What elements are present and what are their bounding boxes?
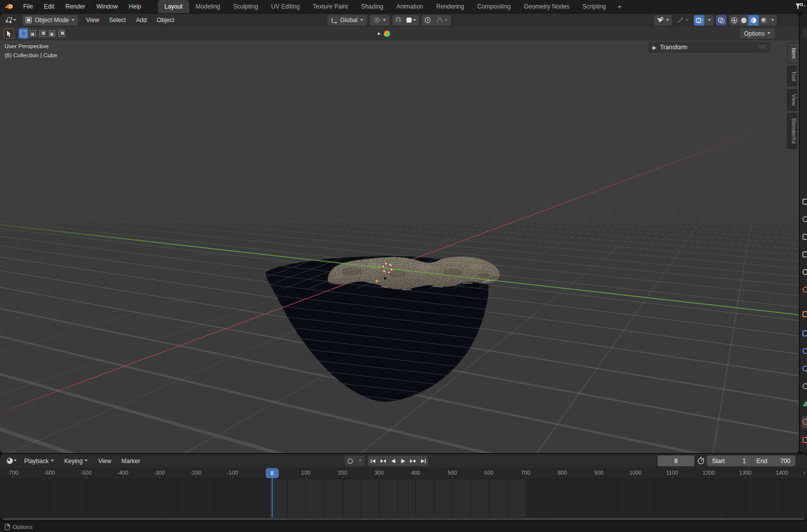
add-workspace-button[interactable]: + bbox=[613, 3, 627, 11]
overlays-dropdown[interactable] bbox=[694, 15, 713, 26]
play-button[interactable] bbox=[398, 456, 408, 466]
timeline-editor-type-button[interactable] bbox=[4, 456, 19, 466]
frame-range-group: Start1 End700 bbox=[707, 456, 795, 466]
status-bar: Options bbox=[0, 521, 807, 532]
start-frame-field[interactable]: Start1 bbox=[707, 456, 751, 466]
properties-tab-view-layer[interactable] bbox=[802, 251, 807, 258]
sidebar-tab-tool[interactable]: Tool bbox=[787, 66, 797, 86]
auto-key-dropdown[interactable] bbox=[356, 459, 365, 463]
properties-tab-scene[interactable] bbox=[802, 269, 807, 276]
proportional-editing-toggle[interactable] bbox=[422, 15, 434, 26]
workspace-tab-texture-paint[interactable]: Texture Paint bbox=[306, 0, 355, 13]
properties-tab-modifiers[interactable] bbox=[802, 330, 807, 337]
ruler-label: 700 bbox=[521, 470, 530, 476]
properties-tab-texture[interactable] bbox=[802, 437, 807, 444]
menu-edit[interactable]: Edit bbox=[38, 0, 60, 13]
menu-render[interactable]: Render bbox=[60, 0, 91, 13]
shading-rendered[interactable] bbox=[759, 15, 769, 26]
previous-keyframe-button[interactable] bbox=[378, 456, 388, 466]
current-frame-field[interactable]: 8 bbox=[658, 456, 694, 466]
ruler-label: 500 bbox=[448, 470, 457, 476]
properties-tab-physics[interactable] bbox=[802, 366, 807, 373]
viewport-header: Object Mode ViewSelectAddObject Global bbox=[0, 14, 799, 27]
properties-tab-tool[interactable] bbox=[802, 199, 807, 206]
sidebar-tab-item[interactable]: Item bbox=[787, 43, 797, 63]
view-name-overlay: User Perspective bbox=[5, 43, 49, 49]
properties-tab-object[interactable] bbox=[802, 311, 807, 318]
auto-key-toggle[interactable] bbox=[345, 458, 356, 464]
properties-tab-render[interactable] bbox=[802, 216, 807, 223]
transform-panel-header[interactable]: ▶ Transform bbox=[648, 42, 770, 53]
blenderkit-asset-bar-toggle[interactable]: ▸ bbox=[375, 28, 393, 39]
properties-tab-material[interactable] bbox=[802, 419, 807, 426]
timeline-ruler[interactable]: -700-600-500-400-300-200-100100200300400… bbox=[0, 468, 807, 479]
select-mode-invert[interactable] bbox=[47, 28, 57, 39]
timeline-menu-keying[interactable]: Keying bbox=[59, 458, 94, 465]
timeline-scrollbar[interactable] bbox=[0, 517, 807, 520]
pivot-point-dropdown[interactable] bbox=[370, 15, 390, 26]
snap-target-dropdown[interactable] bbox=[404, 15, 419, 26]
scene-status-icon[interactable] bbox=[794, 1, 807, 13]
properties-tab-output[interactable] bbox=[802, 234, 807, 241]
properties-tab-particles[interactable] bbox=[802, 348, 807, 355]
sidebar-tab-view[interactable]: View bbox=[787, 89, 797, 111]
workspace-tab-uv-editing[interactable]: UV Editing bbox=[265, 0, 306, 13]
sidebar-tab-blenderkit[interactable]: BlenderKit bbox=[787, 113, 797, 149]
properties-tab-world[interactable] bbox=[802, 287, 807, 294]
editor-type-button[interactable] bbox=[3, 15, 19, 25]
timeline-menu-marker[interactable]: Marker bbox=[116, 458, 145, 465]
menu-window[interactable]: Window bbox=[91, 0, 123, 13]
end-frame-field[interactable]: End700 bbox=[752, 456, 796, 466]
workspace-tab-shading[interactable]: Shading bbox=[355, 0, 390, 13]
playhead-badge[interactable]: 8 bbox=[266, 468, 279, 478]
ruler-label: 300 bbox=[374, 470, 383, 476]
workspace-tab-rendering[interactable]: Rendering bbox=[430, 0, 470, 13]
properties-tab-object-data[interactable] bbox=[802, 401, 807, 408]
tool-options-button[interactable]: Options bbox=[740, 28, 775, 39]
properties-search[interactable] bbox=[802, 29, 807, 38]
menu-help[interactable]: Help bbox=[123, 0, 147, 13]
active-tool-select-box[interactable] bbox=[4, 28, 14, 39]
properties-tab-constraints[interactable] bbox=[802, 383, 807, 390]
workspace-tab-sculpting[interactable]: Sculpting bbox=[227, 0, 265, 13]
visibility-dropdown[interactable] bbox=[654, 15, 672, 26]
select-mode-new[interactable] bbox=[19, 28, 28, 39]
shading-solid[interactable] bbox=[740, 15, 748, 26]
shading-wireframe[interactable] bbox=[729, 15, 740, 26]
workspace-tab-scripting[interactable]: Scripting bbox=[576, 0, 613, 13]
play-reverse-button[interactable] bbox=[388, 456, 398, 466]
jump-to-start-button[interactable] bbox=[368, 456, 378, 466]
gizmos-dropdown[interactable] bbox=[674, 15, 691, 26]
viewport-menu-view[interactable]: View bbox=[81, 17, 104, 24]
jump-to-end-button[interactable] bbox=[418, 456, 428, 466]
menu-file[interactable]: File bbox=[18, 0, 38, 13]
timeline-collapse-arrow[interactable]: ‹ bbox=[803, 469, 805, 476]
select-mode-intersect[interactable] bbox=[57, 28, 66, 39]
workspace-tab-modeling[interactable]: Modeling bbox=[189, 0, 227, 13]
properties-editor bbox=[800, 14, 807, 453]
workspace-tab-layout[interactable]: Layout bbox=[158, 0, 189, 13]
viewport-menu-select[interactable]: Select bbox=[104, 17, 131, 24]
ruler-label: -400 bbox=[117, 470, 128, 476]
viewport-menu-add[interactable]: Add bbox=[131, 17, 151, 24]
xray-toggle[interactable] bbox=[716, 15, 727, 26]
transform-orientation-dropdown[interactable]: Global bbox=[328, 15, 367, 26]
workspace-tab-geometry-nodes[interactable]: Geometry Nodes bbox=[517, 0, 576, 13]
timeline-tracks[interactable] bbox=[0, 479, 807, 517]
proportional-falloff-dropdown[interactable] bbox=[434, 15, 451, 26]
mode-selector[interactable]: Object Mode bbox=[23, 15, 78, 26]
timeline-menu-playback[interactable]: Playback bbox=[19, 458, 59, 465]
playhead-line[interactable] bbox=[272, 477, 273, 517]
shading-material[interactable] bbox=[748, 15, 759, 26]
select-mode-extend[interactable] bbox=[28, 28, 38, 39]
workspace-tab-animation[interactable]: Animation bbox=[390, 0, 430, 13]
snap-toggle[interactable] bbox=[392, 15, 404, 26]
workspace-tab-compositing[interactable]: Compositing bbox=[470, 0, 517, 13]
select-mode-subtract[interactable] bbox=[38, 28, 47, 39]
shading-dropdown[interactable] bbox=[769, 15, 777, 26]
next-keyframe-button[interactable] bbox=[408, 456, 418, 466]
timeline-menu-view[interactable]: View bbox=[93, 458, 116, 465]
viewport-menu-object[interactable]: Object bbox=[152, 17, 180, 24]
viewport-canvas[interactable]: User Perspective (8) Collection | Cube ▶… bbox=[0, 40, 799, 453]
shading-mode-group bbox=[729, 15, 777, 26]
